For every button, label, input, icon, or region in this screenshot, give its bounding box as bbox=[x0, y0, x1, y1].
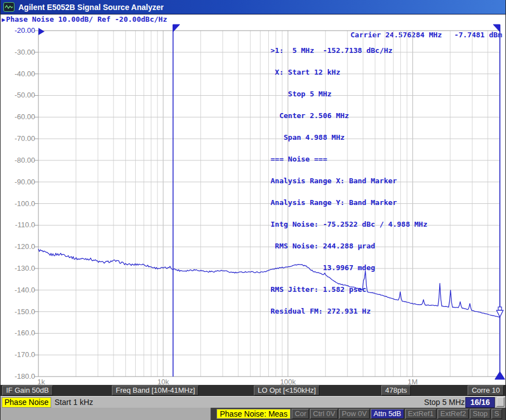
y-tick-label: -80.00 bbox=[14, 156, 35, 164]
y-tick-label: -30.00 bbox=[14, 48, 35, 56]
y-tick-label: -90.00 bbox=[14, 178, 35, 186]
lo-opt-status: LO Opt [<150kHz] bbox=[254, 385, 320, 395]
status-indicator: Pow 0V bbox=[339, 409, 370, 419]
y-tick-label: -110.0 bbox=[15, 221, 35, 229]
if-gain-status: IF Gain 50dB bbox=[2, 385, 53, 395]
ref-level-arrow-icon[interactable] bbox=[38, 28, 45, 35]
status-indicator: ExtRef1 bbox=[405, 409, 436, 419]
status-bar-end-cap[interactable] bbox=[497, 397, 504, 407]
status-indicator: ExtRef2 bbox=[438, 409, 469, 419]
marker-1-icon[interactable] bbox=[497, 307, 503, 317]
status-indicator: Attn 5dB bbox=[371, 409, 404, 419]
y-tick-label: -130.0 bbox=[14, 264, 35, 272]
sweep-stop-label: Stop 5 MHz bbox=[424, 398, 465, 407]
y-tick-label: -50.00 bbox=[14, 91, 35, 99]
message-area bbox=[1, 408, 211, 420]
y-tick-label: -120.0 bbox=[14, 242, 35, 251]
y-tick-label: -150.0 bbox=[14, 307, 35, 316]
sweep-status-bar: Phase Noise Start 1 kHz Stop 5 MHz 16/16 bbox=[1, 396, 505, 408]
status-indicator: S bbox=[492, 409, 502, 419]
state-indicator-group: Phase Noise: Meas CorCtrl 0VPow 0VAttn 5… bbox=[211, 408, 505, 420]
y-tick-label: -160.0 bbox=[14, 329, 35, 337]
axis-labels: -20.00-30.00-40.00-50.00-60.00-70.00-80.… bbox=[14, 26, 417, 386]
points-status: 478pts bbox=[381, 385, 411, 395]
y-tick-label: -70.00 bbox=[14, 134, 35, 143]
phase-noise-plot[interactable]: -20.00-30.00-40.00-50.00-60.00-70.00-80.… bbox=[1, 0, 506, 420]
measurement-mode-badge[interactable]: Phase Noise bbox=[2, 397, 51, 408]
sweep-start-label: Start 1 kHz bbox=[55, 398, 93, 407]
status-indicator: Stop bbox=[470, 409, 490, 419]
status-indicator: Cor bbox=[292, 409, 309, 419]
y-tick-label: -40.00 bbox=[14, 70, 35, 78]
hardware-status-bar: IF Gain 50dB Freq Band [10M-41MHz] LO Op… bbox=[1, 385, 505, 396]
status-indicator: Ctrl 0V bbox=[310, 409, 338, 419]
correlation-status: Corre 10 bbox=[468, 385, 504, 395]
y-tick-label: -170.0 bbox=[14, 350, 35, 359]
plot-grid bbox=[38, 31, 500, 377]
y-tick-label: -20.00 bbox=[14, 26, 35, 35]
band-stop-triangle-icon bbox=[495, 372, 505, 379]
freq-band-status: Freq Band [10M-41MHz] bbox=[112, 385, 199, 395]
active-measurement-badge: Phase Noise: Meas bbox=[217, 409, 291, 419]
phase-noise-trace bbox=[38, 249, 500, 318]
y-tick-label: -180.0 bbox=[14, 372, 35, 380]
average-count-badge: 16/16 bbox=[465, 397, 495, 408]
instrument-state-bar: Phase Noise: Meas CorCtrl 0VPow 0VAttn 5… bbox=[1, 408, 505, 420]
y-tick-label: -100.0 bbox=[14, 199, 35, 208]
instrument-screen: { "window": { "title": "Agilent E5052B S… bbox=[0, 0, 506, 420]
y-tick-label: -60.00 bbox=[14, 113, 35, 121]
y-tick-label: -140.0 bbox=[14, 286, 35, 294]
